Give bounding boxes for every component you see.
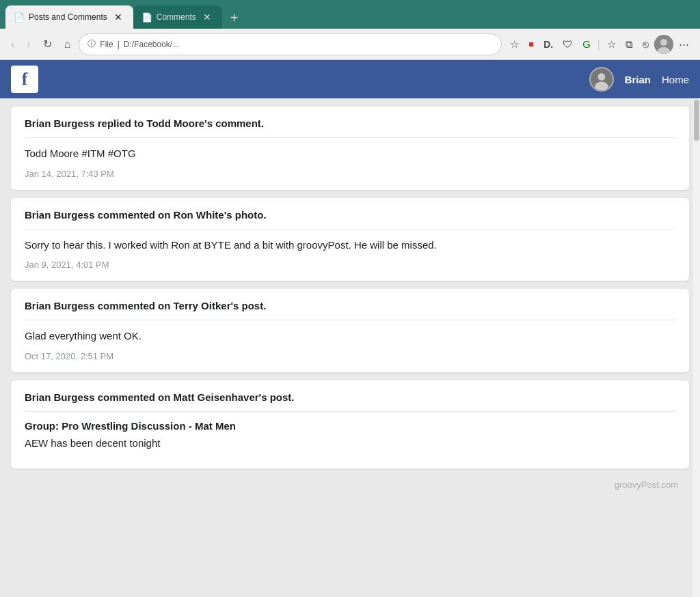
new-tab-button[interactable]: + (225, 8, 244, 29)
fb-home-link[interactable]: Home (662, 74, 689, 85)
post4-title: Brian Burgess commented on Matt Geisenha… (25, 391, 675, 403)
post4-group-label: Group: (25, 420, 59, 432)
g-button[interactable]: G (578, 36, 595, 53)
fb-header-right: Brian Home (589, 67, 689, 92)
post4-group: Group: Pro Wrestling Discussion - Mat Me… (25, 420, 675, 432)
share-button[interactable]: ⎋ (638, 36, 653, 53)
tab2-icon: 📄 (142, 12, 152, 23)
post1-title: Brian Burgess replied to Todd Moore's co… (25, 117, 675, 129)
post1-body: Todd Moore #ITM #OTG (25, 146, 675, 162)
home-button[interactable]: ⌂ (60, 36, 75, 53)
refresh-button[interactable]: ↻ (39, 35, 56, 53)
tab1-close-icon[interactable]: ✕ (111, 11, 125, 23)
svg-point-1 (660, 39, 667, 46)
forward-icon: › (27, 38, 30, 51)
post-card-1: Brian Burgess replied to Todd Moore's co… (11, 107, 689, 190)
post3-body: Glad everything went OK. (25, 329, 675, 344)
address-separator: | (118, 40, 120, 49)
tab-posts-and-comments[interactable]: 📄 Posts and Comments ✕ (5, 5, 133, 29)
post-card-2: Brian Burgess commented on Ron White's p… (11, 198, 689, 281)
browser-chrome: 📄 Posts and Comments ✕ 📄 Comments ✕ + ‹ … (0, 0, 700, 597)
post4-divider (25, 411, 675, 412)
tab2-close-icon[interactable]: ✕ (200, 11, 214, 23)
tab2-label: Comments (157, 12, 196, 22)
shield-button[interactable]: 🛡 (558, 36, 577, 53)
d-button[interactable]: D. (539, 36, 557, 53)
collections-button[interactable]: ☆ (603, 36, 620, 53)
post3-title: Brian Burgess commented on Terry Oitker'… (25, 300, 675, 311)
post1-divider (25, 137, 675, 138)
post4-body: AEW has been decent tonight (25, 436, 675, 452)
pocket-button[interactable]: ■ (524, 36, 538, 52)
back-icon: ‹ (11, 38, 14, 51)
post-card-4: Brian Burgess commented on Matt Geisenha… (11, 380, 689, 469)
post2-date: Jan 9, 2021, 4:01 PM (25, 260, 675, 270)
content-area: Brian Burgess replied to Todd Moore's co… (0, 98, 700, 597)
fb-logo: f (11, 66, 38, 93)
nav-icons-group: ☆ ■ D. 🛡 G | ☆ ⧉ ⎋ ⋯ (506, 35, 693, 54)
scrollbar-thumb[interactable] (694, 100, 699, 141)
forward-button[interactable]: › (23, 36, 34, 53)
star-button[interactable]: ☆ (506, 36, 523, 53)
tab-bar: 📄 Posts and Comments ✕ 📄 Comments ✕ + ‹ … (0, 0, 700, 60)
info-icon: ⓘ (88, 38, 96, 50)
post2-body: Sorry to hear this. I worked with Ron at… (25, 238, 675, 253)
post3-divider (25, 320, 675, 320)
tab1-icon: 📄 (14, 12, 25, 23)
profile-avatar[interactable] (654, 35, 673, 54)
back-button[interactable]: ‹ (7, 36, 18, 53)
post2-title: Brian Burgess commented on Ron White's p… (25, 209, 675, 221)
post-card-3: Brian Burgess commented on Terry Oitker'… (11, 289, 689, 372)
post1-date: Jan 14, 2021, 7:43 PM (25, 169, 675, 179)
address-bar[interactable]: ⓘ File | D:/Facebook/... (79, 33, 502, 55)
file-label: File (100, 40, 113, 49)
more-button[interactable]: ⋯ (675, 36, 693, 53)
nav-divider: | (597, 38, 600, 51)
tab1-label: Posts and Comments (29, 12, 107, 22)
post4-group-name: Pro Wrestling Discussion - Mat Men (62, 420, 236, 432)
fb-username[interactable]: Brian (625, 74, 651, 85)
post3-date: Oct 17, 2020, 2:51 PM (25, 351, 675, 361)
post2-divider (25, 229, 675, 230)
watermark: groovyPost.com (11, 477, 689, 492)
refresh-icon: ↻ (43, 38, 52, 51)
home-icon: ⌂ (64, 38, 71, 51)
facebook-header: f Brian Home (0, 60, 700, 98)
tab-comments[interactable]: 📄 Comments ✕ (133, 5, 222, 29)
scrollbar[interactable] (692, 98, 700, 597)
browser-viewport: f Brian Home Brian Burgess replied to To… (0, 60, 700, 597)
address-text: D:/Facebook/... (124, 40, 179, 49)
nav-bar: ‹ › ↻ ⌂ ⓘ File | D:/Facebook/... ☆ ■ D. (0, 29, 700, 60)
fb-user-avatar[interactable] (589, 67, 614, 92)
svg-point-4 (597, 73, 605, 81)
tab-groups-button[interactable]: ⧉ (621, 36, 637, 53)
